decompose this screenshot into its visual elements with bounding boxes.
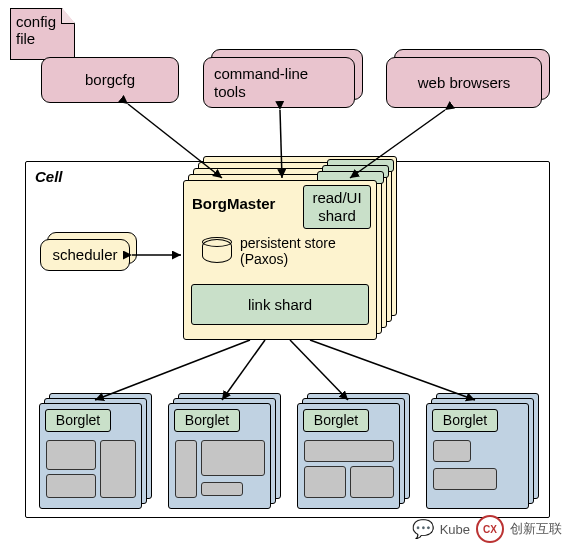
borglet-3-label: Borglet	[314, 412, 358, 429]
cli-tools-box: command-line tools	[203, 57, 355, 108]
link-shard-label: link shard	[248, 296, 312, 314]
watermark-chat-icon: 💬	[412, 518, 434, 540]
borgmaster-title: BorgMaster	[192, 195, 275, 212]
read-ui-shard-label: read/UI shard	[312, 189, 361, 225]
borglet-2: Borglet	[174, 409, 240, 432]
machine-4: Borglet	[426, 403, 529, 509]
watermark: 💬 Kube CX 创新互联	[412, 515, 562, 543]
persistent-store: persistent store (Paxos)	[202, 235, 336, 267]
borgmaster-box: BorgMaster read/UI shard persistent stor…	[183, 180, 377, 340]
borglet-3: Borglet	[303, 409, 369, 432]
scheduler-label: scheduler	[52, 246, 117, 264]
watermark-brand: 创新互联	[510, 520, 562, 538]
config-file-box: config file	[10, 8, 75, 60]
persistent-store-label: persistent store (Paxos)	[240, 235, 336, 267]
borglet-1-label: Borglet	[56, 412, 100, 429]
borglet-2-label: Borglet	[185, 412, 229, 429]
borglet-1: Borglet	[45, 409, 111, 432]
machine-1: Borglet	[39, 403, 142, 509]
borglet-4-label: Borglet	[443, 412, 487, 429]
machine-2: Borglet	[168, 403, 271, 509]
db-icon	[202, 239, 232, 263]
watermark-logo-icon: CX	[476, 515, 504, 543]
cli-tools-label: command-line tools	[214, 65, 308, 101]
scheduler-box: scheduler	[40, 239, 130, 271]
web-browsers-label: web browsers	[418, 74, 511, 92]
borgcfg-label: borgcfg	[85, 71, 135, 89]
read-ui-shard-box: read/UI shard	[303, 185, 371, 229]
link-shard-box: link shard	[191, 284, 369, 325]
web-browsers-box: web browsers	[386, 57, 542, 108]
cell-label: Cell	[35, 168, 63, 185]
borglet-4: Borglet	[432, 409, 498, 432]
machine-3: Borglet	[297, 403, 400, 509]
watermark-text: Kube	[440, 522, 470, 537]
borgcfg-box: borgcfg	[41, 57, 179, 103]
